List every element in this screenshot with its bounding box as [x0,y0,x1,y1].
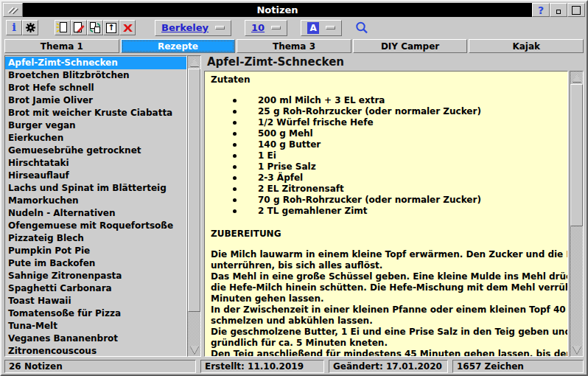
system-menu-button[interactable] [3,3,23,17]
help-button[interactable]: ? [532,3,550,17]
titlebar-strip[interactable]: Notizen [23,3,532,17]
ingredient-item: 200 ml Milch + 3 EL extra [211,95,561,106]
font-color-icon: A [307,22,319,34]
note-list-item[interactable]: Tomatensoße für Pizza [5,307,186,320]
maximize-icon [572,6,581,15]
preparation-heading: ZUBEREITUNG [211,229,561,240]
move-up-button[interactable]: ↑ [103,20,119,35]
note-list-item[interactable]: Spaghetti Carbonara [5,282,186,295]
tab-bar: Thema 1 Rezepte Thema 3 DIY Camper Kajak [1,38,587,53]
ingredient-item: 1 Prise Salz [211,161,561,173]
note-list-item[interactable]: Sahnige Zitronenpasta [5,270,186,282]
search-icon [354,21,369,35]
toolbar: i [1,17,587,38]
status-notes-count: 26 Notizen [4,360,196,373]
preparation-text: Die Milch lauwarm in einem kleine Topf e… [211,249,561,357]
settings-button[interactable] [22,20,38,35]
scroll-up-icon [190,58,199,66]
status-created: Erstellt: 11.10.2019 [200,360,324,373]
note-list-item[interactable]: Eierkuchen [5,132,186,145]
note-list-item[interactable]: Zitronencouscous [5,345,186,357]
tab-label: Thema 3 [273,41,315,52]
note-editor[interactable]: Zutaten 200 ml Milch + 3 EL extra 25 g R… [204,71,568,357]
resize-hatch-icon [7,6,20,14]
note-list-item[interactable]: Brot Hefe schnell [5,82,186,94]
note-list-item[interactable]: Veganes Bananenbrot [5,333,186,345]
note-list-item[interactable]: Lachs und Spinat im Blätterteig [5,182,186,195]
content-panel: Apfel-Zimt-Schnecken Zutaten 200 ml Milc… [204,55,584,357]
copy-note-button[interactable] [87,20,103,35]
tab-label: DIY Camper [381,41,439,52]
font-family-dropdown[interactable]: Berkeley [155,20,231,36]
note-list-item[interactable]: Hirschtataki [5,157,186,170]
preparation-line: schmelzen und abkühlen lassen. [211,316,561,327]
editor-scroll-thumb[interactable] [570,84,583,226]
edit-note-button[interactable] [71,20,87,35]
window-title: Notizen [256,4,298,15]
font-size-dropdown[interactable]: 10 [245,20,287,36]
note-list-item[interactable]: Ofengemuese mit Roquefortsoße [5,220,186,232]
preparation-line: Die geschmolzene Butter, 1 Ei und eine P… [211,327,561,338]
ingredient-item: 140 g Butter [211,139,561,150]
scroll-up-icon [573,74,581,82]
preparation-line: Die Milch lauwarm in einem kleine Topf e… [211,249,561,260]
note-title: Apfel-Zimt-Schnecken [204,55,584,71]
note-list-item[interactable]: Hirseauflauf [5,170,186,182]
note-list-item[interactable]: Brot Jamie Oliver [5,94,186,107]
gear-icon [25,22,36,33]
dropdown-indicator-icon [271,26,281,29]
info-button[interactable]: i [6,20,22,35]
app-window: Notizen ? i [0,0,588,376]
editor-scroll-up-button[interactable] [570,72,583,84]
note-list-item[interactable]: Pizzateig Blech [5,232,186,245]
note-list-item[interactable]: Pumpkin Pot Pie [5,245,186,257]
note-editor-wrap: Zutaten 200 ml Milch + 3 EL extra 25 g R… [204,71,584,357]
ingredient-item: 2 TL gemahlener Zimt [211,206,561,217]
tab-label: Rezepte [158,41,198,52]
note-list-item[interactable]: Tuna-Melt [5,320,186,333]
tab[interactable]: Thema 1 [4,39,119,53]
note-list-item[interactable]: Brot mit weicher Kruste Ciabatta [5,107,186,119]
editor-scrollbar[interactable] [570,71,584,357]
dropdown-indicator-icon [326,26,335,29]
preparation-line: gründlich für ca. 5 Minuten kneten. [211,338,561,349]
preparation-line: In der Zwischenzeit in einer kleinen Pfa… [211,304,561,316]
preparation-line: unterrühren, bis sich alles auflöst. [211,260,561,271]
new-note-button[interactable] [55,20,71,35]
sidebar-scroll-down-button[interactable] [188,344,200,356]
note-list: Apfel-Zimt-Schnecken Broetchen Blitzbröt… [4,55,187,357]
edit-icon [72,21,85,34]
tab[interactable]: Rezepte [121,39,236,53]
preparation-line: die Hefe-Milch hinein schütten. Die Hefe… [211,282,561,293]
ingredients-list: 200 ml Milch + 3 EL extra 25 g Roh-Rohrz… [211,95,561,217]
sidebar-scroll-track[interactable] [188,312,200,344]
note-list-item[interactable]: Broetchen Blitzbrötchen [5,69,186,82]
ingredient-item: 25 g Roh-Rohrzucker (oder normaler Zucke… [211,106,561,117]
tab-label: Kajak [512,41,540,52]
ingredient-item: 1 Ei [211,150,561,161]
delete-note-button[interactable]: X [119,20,136,35]
editor-scroll-down-button[interactable] [570,344,583,356]
note-list-item[interactable]: Toast Hawaii [5,295,186,307]
note-list-item[interactable]: Nudeln - Alternativen [5,207,186,220]
note-list-item[interactable]: Burger vegan [5,119,186,132]
ingredient-item: 1/2 Würfel frische Hefe [211,117,561,128]
tab[interactable]: DIY Camper [353,39,468,53]
maximize-button[interactable] [567,3,585,17]
note-list-item[interactable]: Pute im Backofen [5,257,186,270]
search-button[interactable] [352,20,371,36]
tab[interactable]: Kajak [469,39,584,53]
font-color-dropdown[interactable]: A [301,20,342,36]
minimize-button[interactable] [550,3,567,17]
note-list-item[interactable]: Mamorkuchen [5,195,186,207]
new-note-icon [56,21,69,34]
delete-icon: X [122,23,132,33]
sidebar-scroll-up-button[interactable] [188,56,200,69]
sidebar-scroll-thumb[interactable] [188,69,200,312]
note-list-item[interactable]: Gemuesebrühe getrocknet [5,145,186,157]
editor-scroll-track[interactable] [570,226,583,344]
note-list-item[interactable]: Apfel-Zimt-Schnecken [5,57,186,69]
info-icon: i [12,22,16,33]
tab[interactable]: Thema 3 [237,39,351,53]
sidebar-scrollbar[interactable] [187,55,201,357]
